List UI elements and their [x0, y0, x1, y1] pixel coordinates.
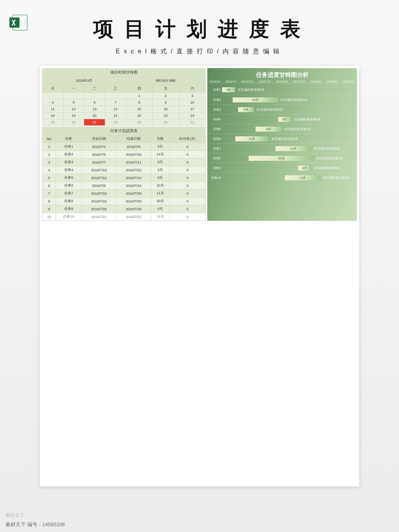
gantt-track: 4天距完成任务还有0天: [222, 163, 355, 173]
task-col-header: NO: [42, 136, 56, 143]
task-cell: 2019/7/5: [81, 151, 116, 159]
watermark: 素材天下: [5, 512, 24, 519]
calendar-day-cell: 30: [152, 119, 179, 126]
gantt-bar: 4天: [222, 87, 235, 92]
task-cell: 2019/7/15: [116, 182, 151, 190]
gantt-track: 8天距完成任务还有0天: [222, 124, 355, 134]
gantt-axis-tick: 2019/7/7: [226, 80, 236, 83]
gantt-row-label: 任务6: [209, 137, 222, 141]
task-cell: 任务7: [56, 190, 81, 197]
calendar-day-cell: [63, 93, 84, 99]
task-cell: 20天: [151, 197, 169, 205]
task-table-title: 任务计划进度表: [42, 127, 206, 135]
task-cell: 0: [169, 205, 205, 213]
task-cell: 3: [42, 159, 56, 166]
task-cell: 11天: [151, 190, 169, 197]
gantt-track: 10天距完成任务还有0天: [222, 134, 355, 143]
task-cell: 0: [169, 151, 205, 159]
gantt-panel: 任务进度甘特图分析 2019/7/22019/7/72019/7/122019/…: [207, 68, 357, 221]
calendar-day-cell: 23: [152, 113, 179, 119]
calendar-day-cell: 10: [179, 99, 205, 106]
gantt-note: 距完成任务还有0天: [257, 107, 283, 112]
page-title: 项目计划进度表: [5, 16, 399, 43]
calendar-day-cell: 1: [126, 93, 152, 99]
left-panel: 项目时间甘特图 2024年8月0时34分36秒 日一二三四五六 12345678…: [42, 68, 206, 221]
task-cell: 2019/7/10: [81, 197, 116, 205]
calendar-day-cell: 31: [179, 119, 205, 126]
task-cell: 2019/7/19: [81, 166, 116, 174]
gantt-note: 距完成任务还有0天: [323, 175, 350, 180]
calendar-day-cell: 20: [84, 113, 105, 119]
calendar-day-cell: 22: [126, 113, 152, 119]
gantt-axis-tick: 2019/7/2: [210, 80, 220, 83]
gantt-title: 任务进度甘特图分析: [209, 71, 355, 79]
task-cell: 10天: [151, 182, 169, 190]
gantt-axis-tick: 2019/7/17: [259, 80, 271, 83]
task-cell: 2019/7/19: [116, 174, 151, 182]
task-cell: 2019/7/22: [116, 166, 151, 174]
task-cell: 2019/7/5: [116, 143, 151, 151]
task-cell: 2019/7/28: [116, 205, 151, 213]
gantt-row: 任务94天距完成任务还有0天: [209, 163, 355, 173]
task-cell: 11天: [151, 213, 169, 221]
task-cell: 2019/7/7: [81, 159, 116, 166]
task-cell: 2019/7/18: [116, 151, 151, 159]
task-col-header: 距任务(天): [169, 136, 205, 143]
task-cell: 2019/7/25: [81, 205, 116, 213]
gantt-note: 距完成任务还有0天: [317, 156, 343, 161]
gantt-axis-tick: 2019/7/27: [293, 80, 305, 83]
calendar-dow-cell: 五: [152, 85, 179, 93]
gantt-note: 距完成任务还有0天: [285, 127, 311, 132]
gantt-row-label: 任务2: [209, 98, 222, 102]
task-cell: 2019/7/2: [81, 143, 116, 151]
task-cell: 0: [169, 166, 205, 174]
gantt-row-label: 任务1: [209, 88, 222, 92]
task-cell: 0: [169, 197, 205, 205]
gantt-row-label: 任务10: [209, 176, 222, 180]
task-cell: 2019/7/31: [116, 213, 151, 221]
gantt-row-label: 任务9: [209, 166, 222, 170]
task-cell: 0: [169, 182, 205, 190]
gantt-track: 4天距完成任务还有0天: [222, 85, 355, 95]
calendar-timer: 0时34分36秒: [126, 77, 205, 85]
task-cell: 0: [169, 159, 205, 166]
task-cell: 4天: [151, 143, 169, 151]
footer-meta: 素材天下 编号：14592108: [5, 521, 65, 528]
calendar-day-cell: [105, 93, 126, 99]
task-cell: 0: [169, 143, 205, 151]
gantt-track: 14天距完成任务还有0天: [222, 95, 355, 104]
gantt-row: 任务1011天距完成任务还有0天: [209, 173, 355, 182]
task-table: NO任务开始日期结束日期天数距任务(天) 1任务12019/7/22019/7/…: [42, 135, 206, 221]
gantt-body: 任务14天距完成任务还有0天任务214天距完成任务还有0天任务35天距完成任务还…: [209, 85, 355, 182]
task-cell: 0: [169, 174, 205, 182]
task-cell: 任务1: [56, 143, 81, 151]
gantt-note: 距完成任务还有0天: [314, 166, 341, 171]
gantt-axis-tick: 2019/7/12: [241, 80, 253, 83]
calendar-day-cell: 2: [152, 93, 179, 99]
gantt-note: 距完成任务还有0天: [294, 117, 321, 122]
gantt-note: 距完成任务还有0天: [272, 136, 298, 141]
gantt-bar: 10天: [235, 136, 269, 141]
gantt-note: 距完成任务还有0天: [281, 97, 307, 102]
calendar-dow-cell: 四: [126, 85, 152, 93]
gantt-track: 5天距完成任务还有0天: [222, 105, 355, 114]
calendar-day-cell: 3: [179, 93, 205, 99]
task-cell: 9: [42, 205, 56, 213]
task-cell: 4: [42, 166, 56, 174]
gantt-row-label: 任务3: [209, 107, 222, 112]
task-cell: 8天: [151, 174, 169, 182]
task-col-header: 任务: [56, 136, 81, 143]
task-cell: 0: [169, 190, 205, 197]
gantt-bar: 11天: [275, 146, 311, 151]
gantt-bar: 5天: [238, 107, 254, 112]
calendar-day-cell: 8: [126, 99, 152, 106]
task-cell: 任务9: [56, 205, 81, 213]
task-cell: 4天: [151, 205, 169, 213]
calendar-dow-cell: 日: [42, 85, 64, 93]
task-cell: 2019/7/6: [81, 182, 116, 190]
gantt-row: 任务35天距完成任务还有0天: [209, 104, 355, 114]
calendar-day-cell: 19: [63, 113, 84, 119]
task-cell: 7: [42, 190, 56, 197]
task-cell: 任务3: [56, 159, 81, 166]
task-cell: 1: [42, 143, 56, 151]
